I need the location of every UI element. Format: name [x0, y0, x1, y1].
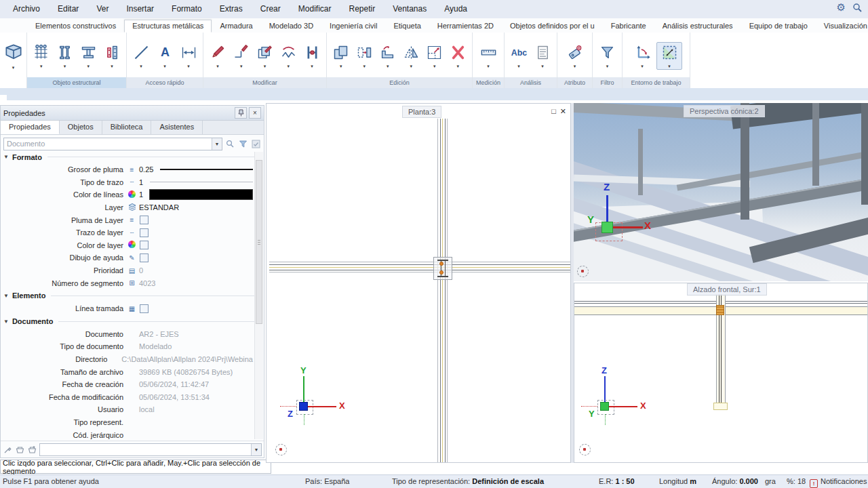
menu-item[interactable]: Ventanas: [384, 0, 435, 18]
ribbon-tab[interactable]: Objetos definidos por el u: [502, 20, 603, 33]
apply-check-icon[interactable]: [251, 139, 261, 149]
checkbox[interactable]: [140, 253, 149, 262]
properties-tab[interactable]: Propiedades: [1, 121, 60, 134]
chevron-down-icon[interactable]: ▼: [251, 444, 261, 455]
status-notifications[interactable]: !Notificaciones: [810, 477, 867, 488]
stretch-button[interactable]: ▾: [424, 42, 446, 70]
status-angle[interactable]: Ángulo: 0.000: [712, 477, 758, 485]
abc-check-button[interactable]: Abc ▾: [508, 42, 530, 70]
mirror-button[interactable]: ▾: [401, 42, 422, 70]
join-elements-button[interactable]: ▾: [231, 42, 252, 70]
viewport-title[interactable]: Perspectiva cónica:2: [684, 105, 765, 117]
ribbon-tab[interactable]: Equipo de trabajo: [741, 20, 816, 33]
project-structure-button[interactable]: ▾: [3, 40, 24, 71]
properties-tab[interactable]: Asistentes: [151, 121, 203, 134]
modify-points-button[interactable]: ▾: [277, 42, 299, 70]
menu-item[interactable]: Formato: [163, 0, 211, 18]
selection-mode-button[interactable]: ▾: [656, 42, 682, 70]
workspace-axes-button[interactable]: ▾: [630, 42, 654, 70]
menu-item[interactable]: Insertar: [117, 0, 163, 18]
filter-funnel-icon[interactable]: [238, 139, 248, 149]
origin-handle[interactable]: [600, 402, 609, 411]
ribbon-tab[interactable]: Herramientas 2D: [429, 20, 502, 33]
search-icon[interactable]: [852, 3, 863, 13]
ribbon-tab[interactable]: Visualización: [816, 20, 868, 33]
modify-pencil-button[interactable]: ▾: [207, 42, 229, 70]
scrollbar[interactable]: [254, 152, 263, 439]
dimension-button[interactable]: ▾: [178, 42, 199, 70]
filter-button[interactable]: ▾: [596, 42, 618, 70]
menu-item[interactable]: Crear: [252, 0, 290, 18]
origin-handle[interactable]: [601, 222, 613, 233]
modify-format-button[interactable]: ▾: [254, 42, 276, 70]
property-row[interactable]: Línea tramada ▦: [1, 302, 264, 315]
ribbon-tab[interactable]: Fabricante: [603, 20, 654, 33]
ribbon-tab[interactable]: Elementos constructivos: [27, 20, 124, 33]
property-row[interactable]: Dibujo de ayuda ✎: [1, 251, 264, 264]
checkbox[interactable]: [140, 216, 149, 224]
status-length-unit[interactable]: Longitud m: [659, 477, 696, 485]
viewport-title[interactable]: Planta:3: [402, 106, 441, 118]
scrollbar-thumb[interactable]: [256, 160, 262, 324]
property-row[interactable]: Número de segmento ⊞ 4023: [1, 277, 264, 289]
move-button[interactable]: ▾: [354, 42, 376, 70]
checkbox[interactable]: [140, 241, 149, 249]
favorite-open-icon[interactable]: [15, 445, 25, 455]
color-swatch[interactable]: [149, 189, 253, 200]
ribbon-tab[interactable]: Análisis estructurales: [654, 20, 741, 33]
favorites-combo[interactable]: ▼: [39, 443, 262, 456]
maximize-icon[interactable]: □: [551, 107, 556, 116]
ribbon-tab[interactable]: Estructuras metálicas: [124, 20, 212, 33]
menu-item[interactable]: Modificar: [290, 0, 340, 18]
ribbon-tab[interactable]: Modelado 3D: [261, 20, 321, 33]
steel-column-button[interactable]: ▾: [54, 42, 76, 70]
properties-tab[interactable]: Biblioteca: [102, 121, 152, 134]
origin-compass-icon[interactable]: [275, 444, 287, 455]
properties-titlebar[interactable]: Propiedades ×: [1, 106, 264, 121]
status-representation[interactable]: Tipo de representación: Definición de es…: [392, 477, 544, 485]
attribute-button[interactable]: ▾: [563, 42, 587, 70]
menu-item[interactable]: Extras: [211, 0, 252, 18]
viewport-title[interactable]: Alzado frontal, Sur:1: [687, 283, 767, 296]
status-scale[interactable]: E.R: 1 : 50: [599, 477, 635, 485]
ribbon-tab[interactable]: Armadura: [212, 20, 260, 33]
modify-profile-button[interactable]: ▾: [301, 42, 323, 70]
delete-button[interactable]: ▾: [448, 42, 469, 70]
gear-icon[interactable]: ⚙: [837, 1, 846, 14]
property-row[interactable]: Tipo de trazo ┄ 1: [1, 176, 264, 189]
measure-button[interactable]: ▾: [476, 42, 500, 70]
steel-beam-button[interactable]: ▾: [78, 42, 100, 70]
property-row[interactable]: Prioridad ▤ 0: [1, 264, 264, 277]
section-elemento[interactable]: ▼ Elemento: [1, 289, 264, 302]
status-angle-unit[interactable]: gra: [765, 477, 776, 485]
status-zoom[interactable]: %: 18: [787, 477, 806, 485]
property-row[interactable]: Color de layer: [1, 239, 264, 252]
eyedropper-icon[interactable]: [3, 445, 13, 455]
menu-item[interactable]: Archivo: [4, 0, 49, 18]
origin-compass-icon[interactable]: [579, 444, 591, 455]
menu-item[interactable]: Ayuda: [435, 0, 476, 18]
viewport-perspective[interactable]: Perspectiva cónica:2 Z X Y: [574, 103, 868, 281]
pin-icon[interactable]: [235, 107, 247, 119]
text-button[interactable]: A ▾: [154, 42, 176, 70]
property-row[interactable]: Pluma de Layer ≡: [1, 214, 264, 226]
rotate-button[interactable]: ▾: [377, 42, 399, 70]
document-filter-combo[interactable]: Documento ▼: [3, 138, 222, 150]
status-country[interactable]: País: España: [305, 477, 349, 485]
ribbon-tab[interactable]: Ingeniería civil: [321, 20, 385, 33]
viewport-elevation[interactable]: Alzado frontal, Sur:1 Z X Y: [574, 283, 868, 463]
favorite-save-icon[interactable]: [27, 445, 37, 455]
checkbox[interactable]: [140, 228, 149, 237]
property-row[interactable]: Grosor de pluma ≡ 0.25: [1, 163, 264, 176]
checkbox[interactable]: [140, 304, 149, 313]
property-row[interactable]: Trazo de layer ┄: [1, 226, 264, 239]
properties-tab[interactable]: Objetos: [60, 121, 102, 134]
report-button[interactable]: ▾: [532, 42, 553, 70]
copy-button[interactable]: ▾: [330, 42, 352, 70]
viewport-plan[interactable]: Planta:3 □ ✕ Y X Z: [266, 103, 571, 463]
close-icon[interactable]: ✕: [560, 107, 566, 116]
line-button[interactable]: ▾: [130, 42, 152, 70]
zoom-to-icon[interactable]: [225, 139, 235, 149]
menu-item[interactable]: Repetir: [340, 0, 384, 18]
steel-column-marker[interactable]: [433, 257, 452, 280]
